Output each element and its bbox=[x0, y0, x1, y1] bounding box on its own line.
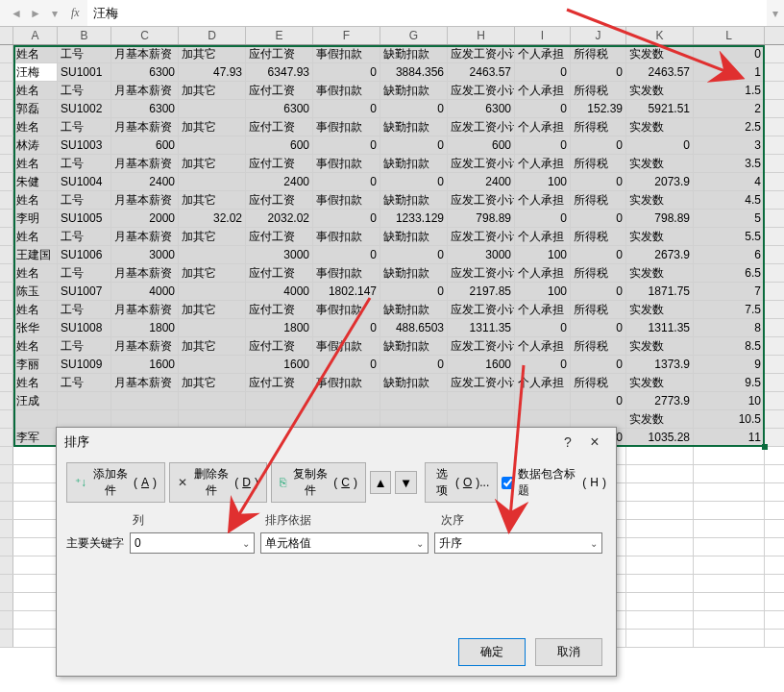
cell[interactable] bbox=[626, 447, 694, 464]
cell[interactable]: 缺勤扣款 bbox=[380, 228, 448, 245]
cell[interactable]: 加其它 bbox=[179, 228, 246, 245]
cell[interactable]: 个人承担 bbox=[515, 45, 571, 62]
column-header[interactable]: E bbox=[246, 27, 313, 44]
cell[interactable]: 实发数 bbox=[626, 82, 694, 99]
cell[interactable]: 应付工资 bbox=[246, 82, 313, 99]
cell[interactable]: 2073.9 bbox=[626, 173, 694, 190]
column-header[interactable]: C bbox=[111, 27, 179, 44]
cell[interactable]: 1035.28 bbox=[626, 429, 694, 446]
cell[interactable]: 1871.75 bbox=[626, 283, 694, 300]
cell[interactable]: 0 bbox=[515, 100, 571, 117]
cell[interactable]: 加其它 bbox=[179, 264, 246, 282]
cell[interactable]: 事假扣款 bbox=[313, 82, 380, 99]
cell[interactable] bbox=[13, 502, 58, 519]
cell[interactable] bbox=[694, 447, 765, 464]
cell[interactable] bbox=[626, 520, 694, 537]
cell[interactable]: 6300 bbox=[448, 100, 515, 117]
cell[interactable]: 缺勤扣款 bbox=[380, 155, 448, 172]
cell[interactable]: 郭磊 bbox=[13, 100, 58, 117]
cell[interactable] bbox=[13, 520, 58, 537]
cell[interactable]: 0 bbox=[313, 63, 380, 81]
cell[interactable]: 798.89 bbox=[626, 210, 694, 227]
cell[interactable]: 应发工资小计 bbox=[448, 374, 515, 391]
cell[interactable]: 月基本薪资 bbox=[111, 45, 179, 62]
column-header[interactable]: G bbox=[380, 27, 448, 44]
cell[interactable] bbox=[694, 593, 765, 610]
cell[interactable] bbox=[13, 538, 58, 556]
cell[interactable]: 应发工资小计 bbox=[448, 82, 515, 99]
cell[interactable] bbox=[13, 611, 58, 629]
row-header[interactable] bbox=[0, 483, 13, 501]
column-header[interactable]: F bbox=[313, 27, 380, 44]
cell[interactable]: 加其它 bbox=[179, 118, 246, 136]
cell[interactable]: 152.39 bbox=[571, 100, 626, 117]
cell[interactable]: 李丽 bbox=[13, 356, 58, 373]
cell[interactable]: 所得税 bbox=[571, 45, 626, 62]
column-header[interactable]: B bbox=[58, 27, 111, 44]
cell[interactable]: 8.5 bbox=[694, 337, 765, 355]
cell[interactable]: 2463.57 bbox=[448, 63, 515, 81]
cell[interactable]: 0 bbox=[313, 319, 380, 336]
cell[interactable]: 姓名 bbox=[13, 301, 58, 318]
sort-key-select[interactable]: 0⌄ bbox=[130, 532, 255, 554]
cell[interactable] bbox=[694, 465, 765, 482]
cell[interactable]: 李明 bbox=[13, 210, 58, 227]
cell[interactable] bbox=[626, 483, 694, 501]
cell[interactable]: 6300 bbox=[111, 100, 179, 117]
cell[interactable]: 100 bbox=[515, 283, 571, 300]
copy-condition-button[interactable]: ⎘ 复制条件(C) bbox=[271, 462, 366, 503]
cell[interactable]: 事假扣款 bbox=[313, 45, 380, 62]
cell[interactable]: 月基本薪资 bbox=[111, 374, 179, 391]
cell[interactable]: 0 bbox=[571, 136, 626, 154]
nav-back-icon[interactable]: ◄ bbox=[8, 5, 25, 22]
cell[interactable]: 2 bbox=[694, 100, 765, 117]
cell[interactable]: 4.5 bbox=[694, 191, 765, 209]
cell[interactable]: 0 bbox=[313, 173, 380, 190]
row-header[interactable] bbox=[0, 337, 13, 355]
cell[interactable]: 汪成 bbox=[13, 392, 58, 409]
row-header[interactable] bbox=[0, 136, 13, 154]
cell[interactable]: 0 bbox=[571, 356, 626, 373]
cell[interactable]: 0 bbox=[515, 319, 571, 336]
cell[interactable]: 个人承担 bbox=[515, 301, 571, 318]
cell[interactable] bbox=[694, 502, 765, 519]
cell[interactable]: 所得税 bbox=[571, 337, 626, 355]
cell[interactable]: 姓名 bbox=[13, 374, 58, 391]
cell[interactable] bbox=[13, 447, 58, 464]
cell[interactable] bbox=[626, 465, 694, 482]
cell[interactable] bbox=[626, 593, 694, 610]
cell[interactable]: 1800 bbox=[246, 319, 313, 336]
cell[interactable]: 加其它 bbox=[179, 82, 246, 99]
add-condition-button[interactable]: ⁺↓ 添加条件(A) bbox=[66, 462, 165, 503]
row-header[interactable] bbox=[0, 118, 13, 136]
cell[interactable]: 3000 bbox=[448, 246, 515, 263]
cell[interactable]: 0 bbox=[515, 63, 571, 81]
nav-fwd-icon[interactable]: ► bbox=[27, 5, 44, 22]
cell[interactable]: 3.5 bbox=[694, 155, 765, 172]
cell[interactable]: 月基本薪资 bbox=[111, 228, 179, 245]
cell[interactable]: 应发工资小计 bbox=[448, 337, 515, 355]
row-header[interactable] bbox=[0, 520, 13, 537]
cell[interactable]: 姓名 bbox=[13, 191, 58, 209]
cell[interactable]: 应发工资小计 bbox=[448, 155, 515, 172]
cell[interactable]: 1311.35 bbox=[448, 319, 515, 336]
row-header[interactable] bbox=[0, 210, 13, 227]
cell[interactable]: 实发数 bbox=[626, 118, 694, 136]
cell[interactable]: 2773.9 bbox=[626, 392, 694, 409]
options-button[interactable]: 选项(O)... bbox=[425, 462, 499, 503]
cell[interactable] bbox=[626, 611, 694, 629]
move-up-button[interactable]: ▲ bbox=[370, 471, 391, 494]
row-header[interactable] bbox=[0, 191, 13, 209]
cell[interactable]: 2673.9 bbox=[626, 246, 694, 263]
cell[interactable]: 应发工资小计 bbox=[448, 45, 515, 62]
cell[interactable]: 姓名 bbox=[13, 155, 58, 172]
column-header[interactable]: I bbox=[515, 27, 571, 44]
cell[interactable]: 3000 bbox=[246, 246, 313, 263]
cell[interactable]: 个人承担 bbox=[515, 228, 571, 245]
cell[interactable]: 2197.85 bbox=[448, 283, 515, 300]
row-header[interactable] bbox=[0, 630, 13, 647]
cell[interactable]: 缺勤扣款 bbox=[380, 301, 448, 318]
cell[interactable]: 0 bbox=[380, 136, 448, 154]
cell[interactable]: 事假扣款 bbox=[313, 228, 380, 245]
cell[interactable]: 所得税 bbox=[571, 228, 626, 245]
